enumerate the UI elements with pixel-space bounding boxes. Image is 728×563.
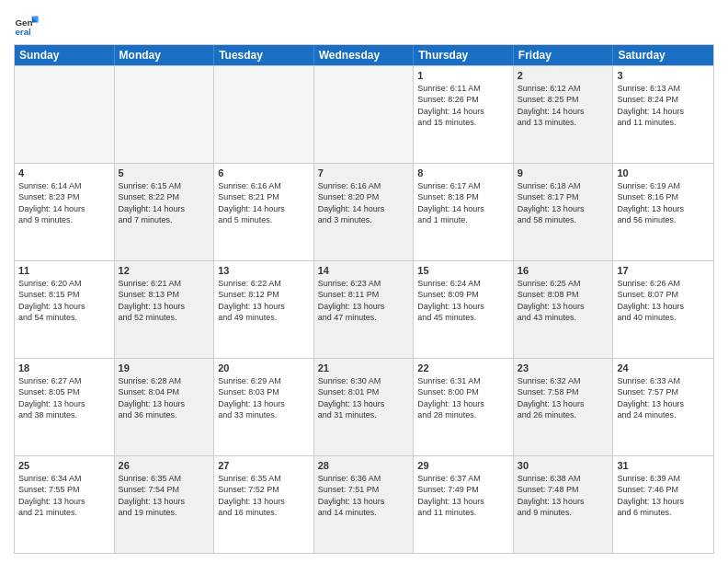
cell-text: Sunrise: 6:16 AM Sunset: 8:21 PM Dayligh…: [218, 180, 310, 225]
logo-icon: Gen eral: [14, 13, 40, 39]
calendar-cell: 7Sunrise: 6:16 AM Sunset: 8:20 PM Daylig…: [314, 164, 415, 260]
calendar-cell: 16Sunrise: 6:25 AM Sunset: 8:08 PM Dayli…: [514, 261, 614, 358]
cell-text: Sunrise: 6:34 AM Sunset: 7:55 PM Dayligh…: [18, 473, 110, 518]
calendar-row: 18Sunrise: 6:27 AM Sunset: 8:05 PM Dayli…: [15, 358, 713, 455]
day-number: 19: [119, 362, 210, 374]
calendar-row: 4Sunrise: 6:14 AM Sunset: 8:23 PM Daylig…: [15, 163, 713, 260]
weekday-header: Monday: [115, 45, 215, 65]
calendar-cell: 4Sunrise: 6:14 AM Sunset: 8:23 PM Daylig…: [15, 164, 115, 260]
cell-text: Sunrise: 6:16 AM Sunset: 8:20 PM Dayligh…: [318, 180, 410, 225]
calendar-cell: 1Sunrise: 6:11 AM Sunset: 8:26 PM Daylig…: [414, 66, 514, 163]
cell-text: Sunrise: 6:32 AM Sunset: 7:58 PM Dayligh…: [518, 375, 609, 420]
day-number: 29: [417, 459, 509, 472]
calendar-cell: [15, 66, 115, 163]
cell-text: Sunrise: 6:23 AM Sunset: 8:11 PM Dayligh…: [318, 278, 410, 323]
day-number: 15: [417, 264, 509, 277]
day-number: 31: [617, 459, 710, 472]
cell-text: Sunrise: 6:15 AM Sunset: 8:22 PM Dayligh…: [119, 180, 210, 225]
calendar-cell: 22Sunrise: 6:31 AM Sunset: 8:00 PM Dayli…: [414, 359, 514, 455]
svg-text:eral: eral: [15, 27, 31, 37]
weekday-header: Saturday: [613, 45, 713, 65]
cell-text: Sunrise: 6:35 AM Sunset: 7:54 PM Dayligh…: [119, 473, 210, 518]
day-number: 10: [617, 167, 710, 179]
cell-text: Sunrise: 6:24 AM Sunset: 8:09 PM Dayligh…: [417, 278, 509, 323]
cell-text: Sunrise: 6:35 AM Sunset: 7:52 PM Dayligh…: [218, 473, 310, 518]
calendar-cell: 24Sunrise: 6:33 AM Sunset: 7:57 PM Dayli…: [613, 359, 713, 455]
calendar-cell: 10Sunrise: 6:19 AM Sunset: 8:16 PM Dayli…: [613, 164, 713, 260]
cell-text: Sunrise: 6:20 AM Sunset: 8:15 PM Dayligh…: [18, 278, 110, 323]
calendar-cell: 13Sunrise: 6:22 AM Sunset: 8:12 PM Dayli…: [214, 261, 314, 358]
day-number: 22: [417, 362, 509, 374]
day-number: 13: [218, 264, 310, 277]
calendar-cell: 17Sunrise: 6:26 AM Sunset: 8:07 PM Dayli…: [613, 261, 713, 358]
day-number: 24: [617, 362, 710, 374]
day-number: 9: [518, 167, 609, 179]
calendar-cell: 18Sunrise: 6:27 AM Sunset: 8:05 PM Dayli…: [15, 359, 115, 455]
cell-text: Sunrise: 6:21 AM Sunset: 8:13 PM Dayligh…: [119, 278, 210, 323]
day-number: 2: [518, 69, 609, 82]
calendar-cell: 31Sunrise: 6:39 AM Sunset: 7:46 PM Dayli…: [613, 456, 713, 553]
cell-text: Sunrise: 6:22 AM Sunset: 8:12 PM Dayligh…: [218, 278, 310, 323]
cell-text: Sunrise: 6:14 AM Sunset: 8:23 PM Dayligh…: [18, 180, 110, 225]
calendar-cell: 6Sunrise: 6:16 AM Sunset: 8:21 PM Daylig…: [214, 164, 314, 260]
cell-text: Sunrise: 6:27 AM Sunset: 8:05 PM Dayligh…: [18, 375, 110, 420]
day-number: 18: [18, 362, 110, 374]
cell-text: Sunrise: 6:25 AM Sunset: 8:08 PM Dayligh…: [518, 278, 609, 323]
weekday-header: Sunday: [15, 45, 115, 65]
day-number: 7: [318, 167, 410, 179]
day-number: 21: [318, 362, 410, 374]
calendar-cell: 14Sunrise: 6:23 AM Sunset: 8:11 PM Dayli…: [314, 261, 415, 358]
day-number: 26: [119, 459, 210, 472]
day-number: 11: [18, 264, 110, 277]
cell-text: Sunrise: 6:26 AM Sunset: 8:07 PM Dayligh…: [617, 278, 710, 323]
calendar-cell: [314, 66, 415, 163]
cell-text: Sunrise: 6:28 AM Sunset: 8:04 PM Dayligh…: [119, 375, 210, 420]
page: Gen eral SundayMondayTuesdayWednesdayThu…: [0, 0, 728, 563]
calendar-cell: 27Sunrise: 6:35 AM Sunset: 7:52 PM Dayli…: [214, 456, 314, 553]
calendar-body: 1Sunrise: 6:11 AM Sunset: 8:26 PM Daylig…: [15, 65, 713, 553]
calendar-cell: 20Sunrise: 6:29 AM Sunset: 8:03 PM Dayli…: [214, 359, 314, 455]
calendar-row: 11Sunrise: 6:20 AM Sunset: 8:15 PM Dayli…: [15, 260, 713, 358]
cell-text: Sunrise: 6:36 AM Sunset: 7:51 PM Dayligh…: [318, 473, 410, 518]
calendar-cell: 9Sunrise: 6:18 AM Sunset: 8:17 PM Daylig…: [514, 164, 614, 260]
cell-text: Sunrise: 6:29 AM Sunset: 8:03 PM Dayligh…: [218, 375, 310, 420]
calendar-cell: [214, 66, 314, 163]
weekday-header: Tuesday: [214, 45, 314, 65]
day-number: 23: [518, 362, 609, 374]
calendar-cell: 8Sunrise: 6:17 AM Sunset: 8:18 PM Daylig…: [414, 164, 514, 260]
cell-text: Sunrise: 6:39 AM Sunset: 7:46 PM Dayligh…: [617, 473, 710, 518]
calendar-cell: 11Sunrise: 6:20 AM Sunset: 8:15 PM Dayli…: [15, 261, 115, 358]
calendar-cell: 29Sunrise: 6:37 AM Sunset: 7:49 PM Dayli…: [414, 456, 514, 553]
calendar-header: SundayMondayTuesdayWednesdayThursdayFrid…: [15, 45, 713, 65]
calendar-cell: 28Sunrise: 6:36 AM Sunset: 7:51 PM Dayli…: [314, 456, 415, 553]
calendar-cell: 12Sunrise: 6:21 AM Sunset: 8:13 PM Dayli…: [115, 261, 215, 358]
calendar-cell: 19Sunrise: 6:28 AM Sunset: 8:04 PM Dayli…: [115, 359, 215, 455]
day-number: 12: [119, 264, 210, 277]
header: Gen eral: [14, 9, 714, 39]
cell-text: Sunrise: 6:18 AM Sunset: 8:17 PM Dayligh…: [518, 180, 609, 225]
cell-text: Sunrise: 6:12 AM Sunset: 8:25 PM Dayligh…: [518, 83, 609, 128]
cell-text: Sunrise: 6:11 AM Sunset: 8:26 PM Dayligh…: [417, 83, 509, 128]
calendar-row: 1Sunrise: 6:11 AM Sunset: 8:26 PM Daylig…: [15, 65, 713, 163]
day-number: 25: [18, 459, 110, 472]
logo: Gen eral: [14, 13, 43, 39]
cell-text: Sunrise: 6:30 AM Sunset: 8:01 PM Dayligh…: [318, 375, 410, 420]
cell-text: Sunrise: 6:37 AM Sunset: 7:49 PM Dayligh…: [417, 473, 509, 518]
day-number: 6: [218, 167, 310, 179]
calendar-cell: 25Sunrise: 6:34 AM Sunset: 7:55 PM Dayli…: [15, 456, 115, 553]
cell-text: Sunrise: 6:17 AM Sunset: 8:18 PM Dayligh…: [417, 180, 509, 225]
calendar-cell: 23Sunrise: 6:32 AM Sunset: 7:58 PM Dayli…: [514, 359, 614, 455]
day-number: 1: [417, 69, 509, 82]
day-number: 16: [518, 264, 609, 277]
calendar-cell: 3Sunrise: 6:13 AM Sunset: 8:24 PM Daylig…: [613, 66, 713, 163]
calendar-cell: 2Sunrise: 6:12 AM Sunset: 8:25 PM Daylig…: [514, 66, 614, 163]
day-number: 30: [518, 459, 609, 472]
day-number: 28: [318, 459, 410, 472]
day-number: 14: [318, 264, 410, 277]
calendar-cell: 15Sunrise: 6:24 AM Sunset: 8:09 PM Dayli…: [414, 261, 514, 358]
day-number: 20: [218, 362, 310, 374]
calendar: SundayMondayTuesdayWednesdayThursdayFrid…: [14, 44, 714, 554]
cell-text: Sunrise: 6:19 AM Sunset: 8:16 PM Dayligh…: [617, 180, 710, 225]
calendar-cell: [115, 66, 215, 163]
day-number: 3: [617, 69, 710, 82]
